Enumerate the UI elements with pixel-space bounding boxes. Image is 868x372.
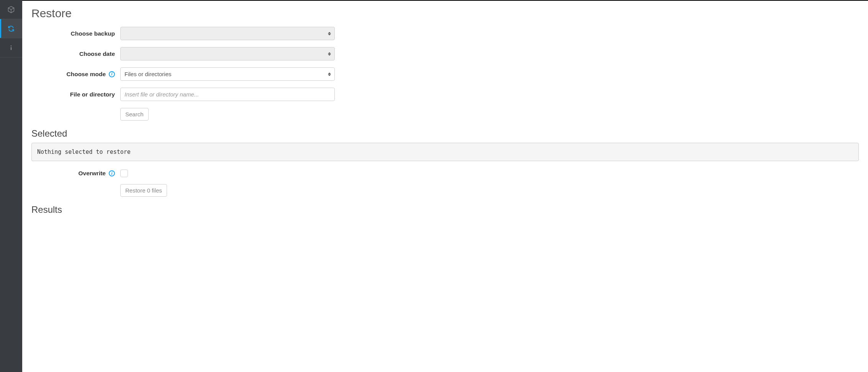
sidebar bbox=[0, 0, 22, 372]
label-choose-mode: Choose mode bbox=[67, 71, 106, 78]
sidebar-item-restore[interactable] bbox=[0, 19, 22, 38]
row-search: Search bbox=[31, 108, 859, 121]
label-file-or-dir: File or directory bbox=[31, 91, 120, 98]
sidebar-item-backup[interactable] bbox=[0, 0, 22, 19]
svg-rect-1 bbox=[11, 47, 11, 50]
refresh-icon bbox=[7, 25, 15, 33]
overwrite-checkbox[interactable] bbox=[120, 170, 128, 177]
selected-heading: Selected bbox=[31, 128, 859, 139]
main-content: Restore Choose backup Choose date Choose… bbox=[22, 0, 868, 372]
row-choose-date: Choose date bbox=[31, 47, 859, 60]
label-choose-date: Choose date bbox=[31, 51, 120, 57]
search-button[interactable]: Search bbox=[120, 108, 149, 121]
page-title: Restore bbox=[31, 7, 859, 20]
file-or-directory-input[interactable] bbox=[120, 88, 335, 101]
info-icon[interactable]: i bbox=[109, 170, 115, 176]
choose-mode-select[interactable]: Files or directories bbox=[120, 67, 335, 81]
label-choose-backup: Choose backup bbox=[31, 30, 120, 37]
choose-date-select[interactable] bbox=[120, 47, 335, 60]
row-choose-mode: Choose mode i Files or directories bbox=[31, 67, 859, 81]
sidebar-item-info[interactable] bbox=[0, 38, 22, 57]
label-overwrite: Overwrite bbox=[78, 170, 106, 177]
info-icon bbox=[7, 44, 15, 52]
selected-output: Nothing selected to restore bbox=[31, 143, 859, 161]
row-restore: Restore 0 files bbox=[31, 184, 859, 197]
restore-button[interactable]: Restore 0 files bbox=[120, 184, 167, 197]
results-heading: Results bbox=[31, 204, 859, 215]
choose-backup-select[interactable] bbox=[120, 27, 335, 40]
row-overwrite: Overwrite i bbox=[31, 170, 859, 177]
info-icon[interactable]: i bbox=[109, 71, 115, 77]
cube-icon bbox=[7, 6, 15, 13]
row-choose-backup: Choose backup bbox=[31, 27, 859, 40]
svg-point-0 bbox=[11, 45, 12, 46]
row-file-or-directory: File or directory bbox=[31, 88, 859, 101]
